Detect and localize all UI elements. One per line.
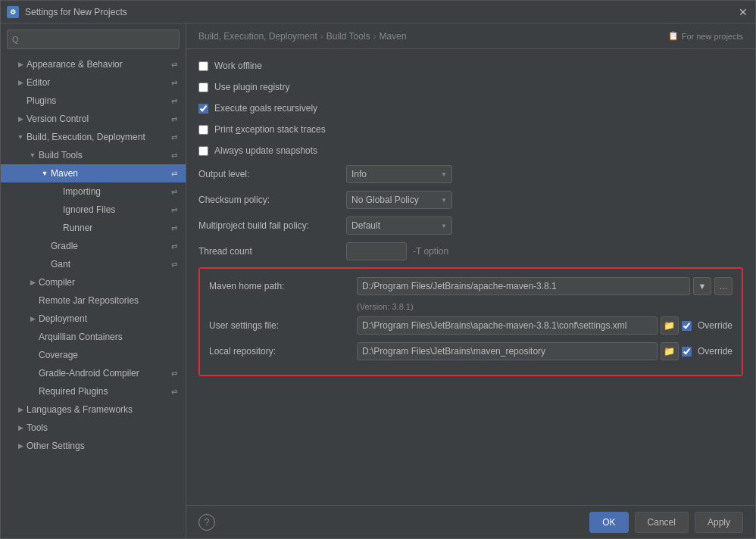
apply-button[interactable]: Apply — [695, 512, 743, 533]
use-plugin-registry-checkbox[interactable] — [198, 83, 208, 92]
multiproject-row: Multiproject build fail policy: Default … — [198, 216, 743, 235]
sidebar-item-editor[interactable]: ▶ Editor ⇄ — [1, 73, 186, 92]
breadcrumb-part-2: Build Tools — [326, 31, 370, 42]
local-repo-row: Local repository: 📁 Override — [209, 341, 733, 361]
nav-tree: ▶ Appearance & Behavior ⇄ ▶ Editor ⇄ Plu… — [1, 55, 186, 538]
collapse-arrow-icon — [40, 260, 49, 269]
collapse-arrow-icon — [52, 205, 61, 214]
user-settings-label: User settings file: — [209, 320, 357, 331]
sidebar-item-gradle[interactable]: Gradle ⇄ — [1, 237, 186, 255]
sidebar-item-deployment[interactable]: ▶ Deployment — [1, 310, 186, 328]
cancel-button[interactable]: Cancel — [635, 512, 689, 533]
collapse-arrow-icon — [28, 369, 37, 378]
sync-icon: ⇄ — [169, 114, 180, 124]
maven-version-text: (Version: 3.8.1) — [357, 302, 733, 311]
local-repo-control: 📁 Override — [357, 342, 733, 360]
local-repo-label: Local repository: — [209, 346, 357, 357]
sidebar-item-arquillian[interactable]: Arquillian Containers — [1, 328, 186, 346]
collapse-arrow-icon: ▶ — [28, 278, 37, 287]
collapse-arrow-icon: ▼ — [16, 132, 25, 142]
checksum-policy-row: Checksum policy: No Global Policy ▼ — [198, 190, 743, 210]
thread-count-input[interactable] — [346, 242, 407, 260]
execute-goals-row: Execute goals recursively — [198, 101, 743, 116]
output-level-row: Output level: Info ▼ — [198, 164, 743, 184]
local-repo-browse-button[interactable]: 📁 — [661, 342, 679, 360]
override-local-repo-checkbox[interactable] — [682, 347, 692, 357]
user-settings-input[interactable] — [357, 316, 658, 335]
search-input[interactable] — [22, 34, 174, 45]
close-button[interactable]: ✕ — [737, 6, 749, 18]
execute-goals-checkbox[interactable] — [198, 104, 208, 114]
always-update-checkbox[interactable] — [198, 146, 208, 156]
local-repo-input[interactable] — [357, 342, 658, 360]
help-button[interactable]: ? — [198, 514, 215, 531]
sidebar-item-remote-jar[interactable]: Remote Jar Repositories — [1, 291, 186, 310]
override-local-repo-label: Override — [698, 346, 733, 357]
sidebar-item-other-settings[interactable]: ▶ Other Settings — [1, 437, 186, 455]
search-box[interactable]: Q — [7, 30, 180, 49]
multiproject-select[interactable]: Default ▼ — [346, 217, 452, 235]
sidebar-item-languages[interactable]: ▶ Languages & Frameworks — [1, 400, 186, 419]
collapse-arrow-icon: ▶ — [16, 114, 25, 123]
sidebar-item-label: Importing — [63, 186, 169, 197]
t-option-label: -T option — [413, 246, 448, 257]
override-user-settings-label: Override — [698, 320, 733, 331]
sidebar-item-runner[interactable]: Runner ⇄ — [1, 219, 186, 237]
sidebar-item-ignored-files[interactable]: Ignored Files ⇄ — [1, 201, 186, 219]
app-icon: ⚙ — [7, 6, 19, 18]
dialog-title: Settings for New Projects — [25, 7, 737, 17]
checksum-policy-control: No Global Policy ▼ — [346, 191, 743, 209]
sync-icon: ⇄ — [169, 204, 180, 215]
sidebar-item-build-execution[interactable]: ▼ Build, Execution, Deployment ⇄ — [1, 128, 186, 146]
sidebar-item-build-tools[interactable]: ▼ Build Tools ⇄ — [1, 146, 186, 164]
user-settings-browse-button[interactable]: 📁 — [661, 316, 679, 335]
override-user-settings-checkbox[interactable] — [682, 321, 692, 331]
maven-home-control: ▼ … — [357, 277, 733, 295]
sidebar-item-version-control[interactable]: ▶ Version Control ⇄ — [1, 110, 186, 128]
collapse-arrow-icon — [28, 332, 37, 341]
sidebar-item-compiler[interactable]: ▶ Compiler — [1, 273, 186, 291]
sidebar-item-required-plugins[interactable]: Required Plugins ⇄ — [1, 382, 186, 400]
collapse-arrow-icon — [28, 387, 37, 396]
execute-goals-label: Execute goals recursively — [214, 103, 317, 114]
sidebar-item-coverage[interactable]: Coverage — [1, 346, 186, 364]
maven-paths-section: Maven home path: ▼ … (Version: 3.8.1) Us… — [198, 267, 743, 376]
bottom-bar: ? OK Cancel Apply — [186, 505, 755, 538]
sidebar-item-appearance[interactable]: ▶ Appearance & Behavior ⇄ — [1, 55, 186, 73]
sidebar-item-gradle-android[interactable]: Gradle-Android Compiler ⇄ — [1, 364, 186, 382]
sidebar-item-gant[interactable]: Gant ⇄ — [1, 255, 186, 273]
sidebar-item-tools[interactable]: ▶ Tools — [1, 419, 186, 437]
maven-home-input[interactable] — [357, 277, 690, 295]
collapse-arrow-icon: ▼ — [28, 151, 37, 160]
multiproject-label: Multiproject build fail policy: — [198, 220, 346, 231]
sidebar-item-label: Maven — [51, 168, 169, 179]
use-plugin-registry-row: Use plugin registry — [198, 79, 743, 95]
sync-icon: ⇄ — [169, 386, 180, 397]
sync-icon: ⇄ — [169, 95, 180, 106]
sync-icon: ⇄ — [169, 168, 180, 179]
sync-icon: ⇄ — [169, 259, 180, 270]
ok-button[interactable]: OK — [589, 512, 628, 533]
maven-home-dropdown-button[interactable]: ▼ — [693, 277, 711, 295]
breadcrumb-part-3: Maven — [380, 31, 407, 42]
sidebar-item-importing[interactable]: Importing ⇄ — [1, 182, 186, 201]
breadcrumb-separator: › — [373, 31, 376, 42]
checksum-policy-select[interactable]: No Global Policy ▼ — [346, 191, 452, 209]
collapse-arrow-icon — [28, 296, 37, 305]
output-level-label: Output level: — [198, 169, 346, 179]
maven-home-browse-button[interactable]: … — [714, 277, 733, 295]
collapse-arrow-icon — [40, 241, 49, 251]
sidebar-item-label: Build, Execution, Deployment — [27, 132, 169, 142]
work-offline-checkbox[interactable] — [198, 61, 208, 71]
sidebar-item-plugins[interactable]: Plugins ⇄ — [1, 92, 186, 110]
for-new-projects-badge: 📋 For new projects — [668, 31, 743, 41]
maven-home-label: Maven home path: — [209, 281, 357, 291]
output-level-select[interactable]: Info ▼ — [346, 165, 452, 183]
sidebar-item-label: Compiler — [39, 277, 180, 288]
sidebar-item-maven[interactable]: ▼ Maven ⇄ — [1, 164, 186, 182]
print-exception-checkbox[interactable] — [198, 125, 208, 135]
sidebar-item-label: Coverage — [39, 350, 180, 360]
collapse-arrow-icon: ▶ — [16, 405, 25, 414]
thread-count-label: Thread count — [198, 246, 346, 257]
collapse-arrow-icon — [52, 187, 61, 196]
